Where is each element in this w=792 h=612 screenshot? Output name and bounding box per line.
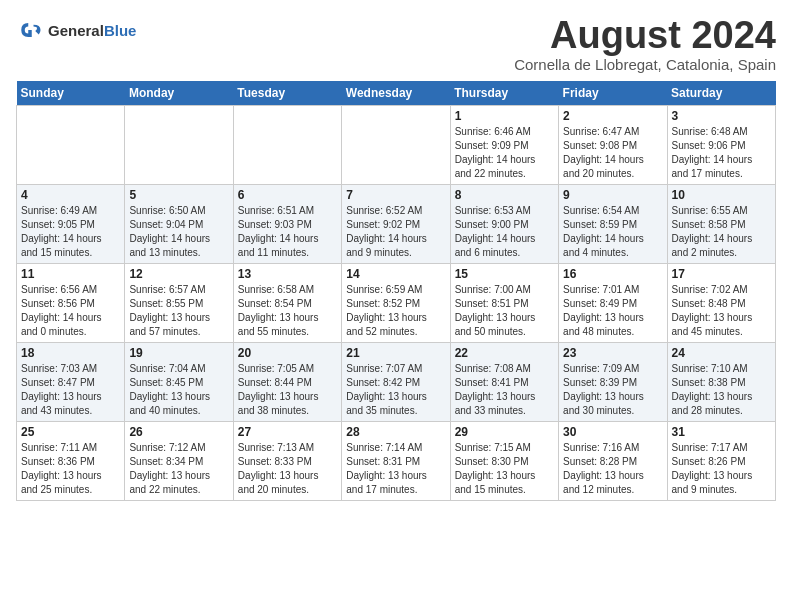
week-row-3: 11Sunrise: 6:56 AM Sunset: 8:56 PM Dayli…: [17, 264, 776, 343]
weekday-header-wednesday: Wednesday: [342, 81, 450, 106]
day-info: Sunrise: 7:15 AM Sunset: 8:30 PM Dayligh…: [455, 441, 554, 497]
day-number: 17: [672, 267, 771, 281]
day-info: Sunrise: 6:55 AM Sunset: 8:58 PM Dayligh…: [672, 204, 771, 260]
calendar-cell: 14Sunrise: 6:59 AM Sunset: 8:52 PM Dayli…: [342, 264, 450, 343]
calendar-cell: 21Sunrise: 7:07 AM Sunset: 8:42 PM Dayli…: [342, 343, 450, 422]
day-info: Sunrise: 7:04 AM Sunset: 8:45 PM Dayligh…: [129, 362, 228, 418]
day-info: Sunrise: 7:02 AM Sunset: 8:48 PM Dayligh…: [672, 283, 771, 339]
weekday-header-sunday: Sunday: [17, 81, 125, 106]
day-number: 4: [21, 188, 120, 202]
week-row-4: 18Sunrise: 7:03 AM Sunset: 8:47 PM Dayli…: [17, 343, 776, 422]
calendar-cell: 9Sunrise: 6:54 AM Sunset: 8:59 PM Daylig…: [559, 185, 667, 264]
calendar-cell: 15Sunrise: 7:00 AM Sunset: 8:51 PM Dayli…: [450, 264, 558, 343]
day-number: 18: [21, 346, 120, 360]
week-row-1: 1Sunrise: 6:46 AM Sunset: 9:09 PM Daylig…: [17, 106, 776, 185]
weekday-header-monday: Monday: [125, 81, 233, 106]
main-title: August 2024: [514, 16, 776, 54]
day-info: Sunrise: 7:05 AM Sunset: 8:44 PM Dayligh…: [238, 362, 337, 418]
day-number: 8: [455, 188, 554, 202]
calendar-cell: 8Sunrise: 6:53 AM Sunset: 9:00 PM Daylig…: [450, 185, 558, 264]
calendar-cell: 16Sunrise: 7:01 AM Sunset: 8:49 PM Dayli…: [559, 264, 667, 343]
day-number: 26: [129, 425, 228, 439]
page-header: GeneralBlue August 2024 Cornella de Llob…: [16, 16, 776, 73]
calendar-cell: 30Sunrise: 7:16 AM Sunset: 8:28 PM Dayli…: [559, 422, 667, 501]
day-info: Sunrise: 7:17 AM Sunset: 8:26 PM Dayligh…: [672, 441, 771, 497]
calendar-table: SundayMondayTuesdayWednesdayThursdayFrid…: [16, 81, 776, 501]
day-info: Sunrise: 7:01 AM Sunset: 8:49 PM Dayligh…: [563, 283, 662, 339]
calendar-cell: 2Sunrise: 6:47 AM Sunset: 9:08 PM Daylig…: [559, 106, 667, 185]
day-number: 13: [238, 267, 337, 281]
day-number: 9: [563, 188, 662, 202]
day-info: Sunrise: 7:11 AM Sunset: 8:36 PM Dayligh…: [21, 441, 120, 497]
day-number: 2: [563, 109, 662, 123]
subtitle: Cornella de Llobregat, Catalonia, Spain: [514, 56, 776, 73]
calendar-cell: 24Sunrise: 7:10 AM Sunset: 8:38 PM Dayli…: [667, 343, 775, 422]
calendar-cell: 3Sunrise: 6:48 AM Sunset: 9:06 PM Daylig…: [667, 106, 775, 185]
logo: GeneralBlue: [16, 16, 136, 44]
day-number: 28: [346, 425, 445, 439]
calendar-cell: 17Sunrise: 7:02 AM Sunset: 8:48 PM Dayli…: [667, 264, 775, 343]
weekday-header-tuesday: Tuesday: [233, 81, 341, 106]
day-number: 23: [563, 346, 662, 360]
day-number: 5: [129, 188, 228, 202]
calendar-cell: 1Sunrise: 6:46 AM Sunset: 9:09 PM Daylig…: [450, 106, 558, 185]
logo-text: GeneralBlue: [48, 22, 136, 39]
week-row-2: 4Sunrise: 6:49 AM Sunset: 9:05 PM Daylig…: [17, 185, 776, 264]
calendar-cell: 28Sunrise: 7:14 AM Sunset: 8:31 PM Dayli…: [342, 422, 450, 501]
calendar-cell: 6Sunrise: 6:51 AM Sunset: 9:03 PM Daylig…: [233, 185, 341, 264]
day-number: 12: [129, 267, 228, 281]
day-info: Sunrise: 7:10 AM Sunset: 8:38 PM Dayligh…: [672, 362, 771, 418]
day-info: Sunrise: 6:52 AM Sunset: 9:02 PM Dayligh…: [346, 204, 445, 260]
day-info: Sunrise: 7:07 AM Sunset: 8:42 PM Dayligh…: [346, 362, 445, 418]
day-number: 22: [455, 346, 554, 360]
day-info: Sunrise: 7:13 AM Sunset: 8:33 PM Dayligh…: [238, 441, 337, 497]
logo-icon: [16, 16, 44, 44]
weekday-header-thursday: Thursday: [450, 81, 558, 106]
day-number: 16: [563, 267, 662, 281]
calendar-cell: 5Sunrise: 6:50 AM Sunset: 9:04 PM Daylig…: [125, 185, 233, 264]
day-number: 21: [346, 346, 445, 360]
weekday-header-friday: Friday: [559, 81, 667, 106]
day-info: Sunrise: 7:00 AM Sunset: 8:51 PM Dayligh…: [455, 283, 554, 339]
calendar-cell: 27Sunrise: 7:13 AM Sunset: 8:33 PM Dayli…: [233, 422, 341, 501]
calendar-cell: 26Sunrise: 7:12 AM Sunset: 8:34 PM Dayli…: [125, 422, 233, 501]
day-info: Sunrise: 6:54 AM Sunset: 8:59 PM Dayligh…: [563, 204, 662, 260]
day-info: Sunrise: 6:48 AM Sunset: 9:06 PM Dayligh…: [672, 125, 771, 181]
day-number: 1: [455, 109, 554, 123]
calendar-cell: 12Sunrise: 6:57 AM Sunset: 8:55 PM Dayli…: [125, 264, 233, 343]
calendar-cell: [342, 106, 450, 185]
day-info: Sunrise: 7:12 AM Sunset: 8:34 PM Dayligh…: [129, 441, 228, 497]
day-number: 14: [346, 267, 445, 281]
day-info: Sunrise: 6:57 AM Sunset: 8:55 PM Dayligh…: [129, 283, 228, 339]
day-info: Sunrise: 7:08 AM Sunset: 8:41 PM Dayligh…: [455, 362, 554, 418]
weekday-header-saturday: Saturday: [667, 81, 775, 106]
day-number: 7: [346, 188, 445, 202]
day-info: Sunrise: 6:46 AM Sunset: 9:09 PM Dayligh…: [455, 125, 554, 181]
week-row-5: 25Sunrise: 7:11 AM Sunset: 8:36 PM Dayli…: [17, 422, 776, 501]
day-info: Sunrise: 6:59 AM Sunset: 8:52 PM Dayligh…: [346, 283, 445, 339]
day-number: 30: [563, 425, 662, 439]
day-number: 20: [238, 346, 337, 360]
calendar-cell: 11Sunrise: 6:56 AM Sunset: 8:56 PM Dayli…: [17, 264, 125, 343]
day-number: 29: [455, 425, 554, 439]
day-info: Sunrise: 6:56 AM Sunset: 8:56 PM Dayligh…: [21, 283, 120, 339]
calendar-cell: 25Sunrise: 7:11 AM Sunset: 8:36 PM Dayli…: [17, 422, 125, 501]
day-info: Sunrise: 6:58 AM Sunset: 8:54 PM Dayligh…: [238, 283, 337, 339]
day-info: Sunrise: 6:53 AM Sunset: 9:00 PM Dayligh…: [455, 204, 554, 260]
day-info: Sunrise: 6:51 AM Sunset: 9:03 PM Dayligh…: [238, 204, 337, 260]
day-number: 11: [21, 267, 120, 281]
day-number: 31: [672, 425, 771, 439]
calendar-cell: 29Sunrise: 7:15 AM Sunset: 8:30 PM Dayli…: [450, 422, 558, 501]
calendar-cell: [17, 106, 125, 185]
calendar-cell: 10Sunrise: 6:55 AM Sunset: 8:58 PM Dayli…: [667, 185, 775, 264]
calendar-cell: 13Sunrise: 6:58 AM Sunset: 8:54 PM Dayli…: [233, 264, 341, 343]
day-info: Sunrise: 7:03 AM Sunset: 8:47 PM Dayligh…: [21, 362, 120, 418]
calendar-cell: 22Sunrise: 7:08 AM Sunset: 8:41 PM Dayli…: [450, 343, 558, 422]
day-info: Sunrise: 6:47 AM Sunset: 9:08 PM Dayligh…: [563, 125, 662, 181]
day-number: 25: [21, 425, 120, 439]
day-info: Sunrise: 6:50 AM Sunset: 9:04 PM Dayligh…: [129, 204, 228, 260]
calendar-cell: 23Sunrise: 7:09 AM Sunset: 8:39 PM Dayli…: [559, 343, 667, 422]
day-info: Sunrise: 7:14 AM Sunset: 8:31 PM Dayligh…: [346, 441, 445, 497]
day-number: 27: [238, 425, 337, 439]
day-number: 6: [238, 188, 337, 202]
